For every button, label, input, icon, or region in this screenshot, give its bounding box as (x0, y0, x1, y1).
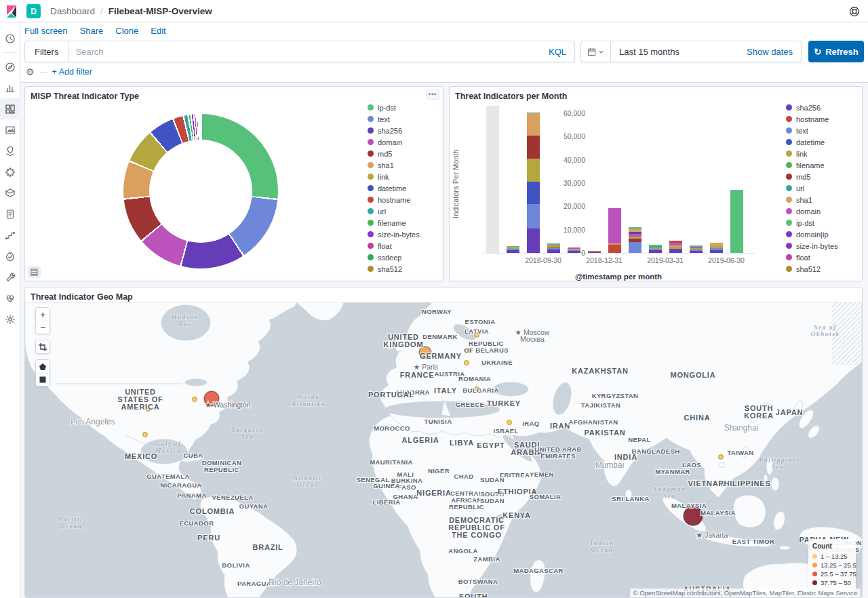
legend-item-github-username[interactable]: github-username (368, 275, 441, 277)
legend-item-float[interactable]: float (786, 252, 861, 263)
legend-item-domain[interactable]: domain (368, 136, 441, 148)
legend-item-url[interactable]: url (786, 182, 861, 194)
bar-2019-07[interactable] (730, 190, 743, 253)
legend-item-ip-dst[interactable]: ip-dst (786, 217, 861, 228)
zoom-in-button[interactable]: + (36, 308, 50, 321)
zoom-out-button[interactable]: − (36, 321, 50, 334)
sidebar-item-infrastructure[interactable] (0, 182, 20, 203)
legend-item-datetime[interactable]: datetime (368, 182, 441, 194)
map-label: KAZAKHSTAN (572, 367, 629, 375)
fit-bounds-button[interactable] (36, 340, 50, 353)
legend-item-link[interactable]: link (786, 148, 861, 159)
legend-item-filename[interactable]: filename (368, 217, 441, 228)
map-label: DEMOCRATICREPUBLIC OFTHE CONGO (448, 516, 505, 539)
legend-item-md5[interactable]: md5 (786, 171, 861, 182)
bar-2019-05[interactable] (690, 245, 703, 253)
toolbar-link-edit[interactable]: Edit (151, 26, 165, 36)
bar-2019-06[interactable] (710, 243, 723, 253)
geo-cluster-sumatra-cluster[interactable] (684, 506, 703, 525)
filters-button[interactable]: Filters (25, 41, 68, 62)
add-filter-link[interactable]: + Add filter (52, 67, 92, 77)
toolbar-link-share[interactable]: Share (80, 26, 104, 36)
toolbar-link-clone[interactable]: Clone (115, 26, 138, 36)
kibana-logo-icon[interactable] (5, 5, 18, 18)
legend-item-ip-dst[interactable]: ip-dst (368, 102, 441, 113)
geo-point-small[interactable] (143, 433, 147, 437)
sidebar-item-maps[interactable] (0, 140, 20, 161)
legend-item-datetime[interactable]: datetime (786, 136, 861, 148)
sidebar-item-uptime[interactable] (0, 245, 20, 266)
map-legend-item: 13.25 – 25.5 (812, 561, 852, 570)
bar-2018-09[interactable] (527, 113, 540, 253)
sidebar-item-canvas[interactable] (0, 119, 20, 140)
draw-polygon-button[interactable] (36, 360, 50, 373)
legend-item-sha512[interactable]: sha512 (786, 263, 861, 275)
geo-map[interactable]: HudsonBayUNITEDSTATES OFAMERICA★ Washing… (25, 302, 862, 598)
legend-item-md5[interactable]: md5 (368, 148, 441, 159)
sidebar-item-dev-tools[interactable] (0, 266, 20, 287)
bar-2018-07[interactable] (486, 106, 499, 253)
legend-item-size-in-bytes[interactable]: size-in-bytes (368, 228, 441, 240)
sidebar-item-apm[interactable] (0, 224, 20, 245)
legend-item-sha256[interactable]: sha256 (786, 102, 861, 113)
sidebar-item-discover[interactable] (0, 56, 20, 77)
legend-item-link[interactable]: link (368, 171, 441, 182)
map-label: DOMINICANREPUBLIC (202, 459, 242, 473)
legend-item-domain[interactable]: domain (786, 205, 861, 217)
bar-chart-plot-area[interactable] (482, 106, 755, 254)
y-axis-title: Indicators Per Month (451, 114, 460, 254)
draw-rectangle-button[interactable] (36, 373, 50, 386)
legend-item-text[interactable]: text (368, 113, 441, 125)
sidebar-item-machine-learning[interactable] (0, 161, 20, 182)
show-dates-link[interactable]: Show dates (747, 47, 801, 57)
bar-2018-08[interactable] (507, 246, 519, 253)
geo-point-small[interactable] (193, 397, 197, 401)
legend-item-ssdeep[interactable]: ssdeep (786, 275, 861, 277)
legend-item-sha512[interactable]: sha512 (368, 263, 441, 275)
legend-item-hostname[interactable]: hostname (786, 113, 861, 125)
bar-2019-03[interactable] (649, 245, 662, 253)
geo-point-small[interactable] (465, 361, 469, 365)
kql-selector[interactable]: KQL (540, 47, 574, 57)
legend-item-sha1[interactable]: sha1 (786, 194, 861, 205)
search-input[interactable] (68, 47, 540, 57)
sidebar-item-visualize[interactable] (0, 77, 20, 98)
legend-label: sha1 (378, 161, 394, 170)
toolbar-link-full-screen[interactable]: Full screen (24, 26, 68, 36)
calendar-button[interactable] (581, 41, 611, 62)
sidebar-item-stack-monitoring[interactable] (0, 287, 20, 308)
list-icon (31, 268, 38, 276)
sidebar-item-dashboard[interactable] (0, 98, 20, 119)
legend-item-domain|ip[interactable]: domain|ip (786, 228, 861, 240)
sidebar-item-logs[interactable] (0, 203, 20, 224)
legend-item-sha1[interactable]: sha1 (368, 159, 441, 171)
sidebar-item-management[interactable] (0, 308, 20, 330)
time-range-value[interactable]: Last 15 months (611, 47, 747, 57)
map-legend-swatch (812, 572, 817, 576)
breadcrumb-separator: / (100, 6, 103, 16)
map-label: MAURITANIA (370, 458, 412, 466)
refresh-button[interactable]: ↻ Refresh (808, 41, 864, 62)
sidebar-item-recently-viewed[interactable] (0, 28, 20, 49)
breadcrumb-section[interactable]: Dashboard (50, 6, 95, 16)
geo-point-small[interactable] (719, 455, 723, 459)
bar-2019-02[interactable] (629, 227, 642, 253)
legend-item-sha256[interactable]: sha256 (368, 125, 441, 136)
bar-2018-12[interactable] (588, 251, 601, 253)
legend-item-url[interactable]: url (368, 205, 441, 217)
geo-point-small[interactable] (507, 420, 511, 424)
legend-item-hostname[interactable]: hostname (368, 194, 441, 205)
legend-item-text[interactable]: text (786, 125, 861, 136)
bar-2019-04[interactable] (669, 241, 682, 253)
donut-chart[interactable] (123, 114, 278, 268)
filter-settings-gear-icon[interactable]: ⚙ (26, 66, 35, 77)
legend-item-filename[interactable]: filename (786, 159, 861, 171)
legend-item-float[interactable]: float (368, 240, 441, 252)
legend-toggle-button[interactable] (28, 266, 41, 278)
legend-item-ssdeep[interactable]: ssdeep (368, 252, 441, 263)
panel-options-button[interactable]: ••• (426, 89, 439, 100)
bar-2019-01[interactable] (608, 208, 621, 253)
help-icon[interactable] (848, 5, 861, 18)
legend-label: size-in-bytes (378, 231, 420, 239)
legend-item-size-in-bytes[interactable]: size-in-bytes (786, 240, 861, 252)
